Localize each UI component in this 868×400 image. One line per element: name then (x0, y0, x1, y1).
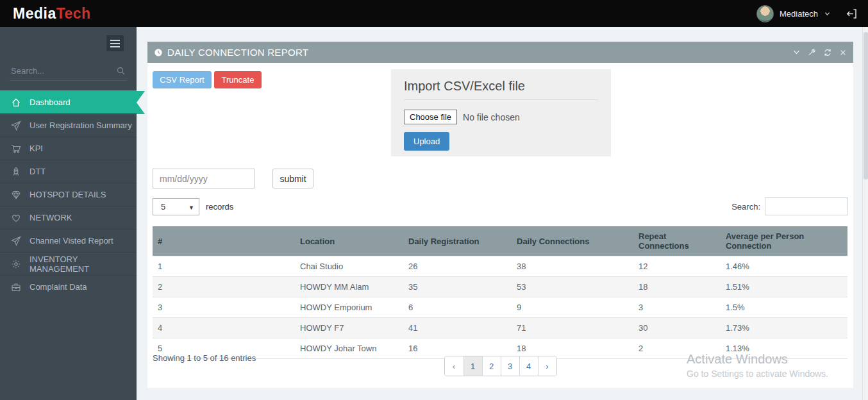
cell-location: Chai Studio (295, 256, 403, 277)
chevron-down-icon[interactable] (824, 10, 831, 17)
upload-button[interactable]: Upload (404, 132, 449, 151)
sidebar-item[interactable]: KPI (0, 137, 137, 160)
sidebar-item-label: HOTSPOT DETAILS (29, 190, 106, 199)
paper-plane-icon (11, 121, 21, 131)
panel-title: DAILY CONNECTION REPORT (167, 47, 308, 58)
clock-icon (154, 48, 163, 57)
sidebar-item[interactable]: NETWORK (0, 206, 137, 229)
user-avatar[interactable] (756, 5, 774, 22)
wrench-icon[interactable] (808, 48, 816, 56)
sidebar: Dashboard User Registration Summary KPI … (0, 27, 137, 400)
pagination-page-button[interactable]: 2 (482, 356, 501, 376)
sidebar-item[interactable]: HOTSPOT DETAILS (0, 183, 137, 206)
truncate-button[interactable]: Truncate (214, 71, 262, 88)
table-header-cell[interactable]: Daily Connections (512, 226, 633, 256)
sidebar-toggle-icon[interactable] (106, 35, 124, 51)
date-input[interactable] (153, 169, 255, 188)
records-label: records (206, 202, 233, 212)
cell-index: 2 (153, 277, 295, 297)
sidebar-item[interactable]: Dashboard (0, 90, 137, 113)
table-row[interactable]: 1 Chai Studio 26 38 12 1.46% (153, 256, 847, 277)
search-icon[interactable] (116, 66, 126, 76)
records-selected-value: 5 (161, 202, 165, 212)
sidebar-item[interactable]: User Registration Summary (0, 113, 137, 137)
gem-icon (11, 190, 21, 200)
collapse-chevron-icon[interactable] (792, 48, 801, 56)
sidebar-item[interactable]: Channel Visted Report (0, 229, 137, 252)
home-icon (11, 97, 21, 108)
sidebar-item[interactable]: Complaint Data (0, 275, 137, 298)
cell-location: HOWDY Johar Town (295, 338, 403, 359)
pagination-page-button[interactable]: 1 (463, 356, 482, 376)
sidebar-item-label: DTT (29, 167, 46, 176)
table-header-row: #LocationDaily RegistrationDaily Connect… (153, 226, 847, 256)
cell-daily-registration: 41 (403, 318, 512, 338)
pagination-page-button[interactable]: 3 (501, 356, 519, 376)
pagination: ‹ 1234 › (444, 356, 557, 376)
file-chosen-status: No file chosen (463, 112, 520, 122)
panel-header: DAILY CONNECTION REPORT (147, 42, 853, 63)
rocket-icon (11, 167, 21, 177)
scrollbar-thumb[interactable] (864, 32, 868, 179)
csv-report-button[interactable]: CSV Report (153, 71, 212, 88)
close-icon[interactable] (839, 49, 847, 56)
cell-daily-connections: 9 (512, 297, 633, 318)
table-header-cell[interactable]: Daily Registration (403, 226, 512, 256)
cell-repeat-connections: 3 (633, 297, 721, 318)
cell-average-per-person: 1.5% (721, 297, 847, 318)
sidebar-item-label: User Registration Summary (29, 121, 132, 130)
table-row[interactable]: 3 HOWDY Emporium 6 9 3 1.5% (153, 297, 847, 318)
cell-daily-connections: 53 (512, 277, 633, 297)
sidebar-item-label: Channel Visted Report (29, 236, 113, 246)
paper-plane-icon (11, 236, 21, 246)
table-search-input[interactable] (765, 197, 848, 215)
pagination-page-button[interactable]: 4 (519, 356, 538, 376)
import-title: Import CSV/Excel file (404, 79, 598, 100)
table-row[interactable]: 4 HOWDY F7 41 71 30 1.73% (153, 318, 847, 338)
cell-daily-registration: 6 (403, 297, 512, 318)
sidebar-item[interactable]: DTT (0, 160, 137, 183)
table-header-cell[interactable]: # (153, 226, 295, 256)
brand-part-1: Media (13, 5, 56, 22)
pagination-prev-button[interactable]: ‹ (445, 356, 463, 376)
cell-location: HOWDY F7 (295, 318, 403, 338)
top-bar: MediaTech Mediatech (0, 0, 868, 27)
cell-repeat-connections: 30 (633, 318, 721, 338)
cell-daily-registration: 35 (403, 277, 512, 297)
vertical-scrollbar[interactable] (862, 27, 868, 400)
table-row[interactable]: 2 HOWDY MM Alam 35 53 18 1.51% (153, 277, 847, 297)
cell-daily-connections: 71 (512, 318, 633, 338)
cell-index: 1 (153, 256, 295, 277)
pagination-next-button[interactable]: › (538, 356, 556, 376)
user-menu[interactable]: Mediatech (780, 9, 818, 19)
cell-index: 4 (153, 318, 295, 338)
brand-part-2: Tech (56, 5, 91, 22)
report-table: #LocationDaily RegistrationDaily Connect… (153, 226, 847, 359)
table-header-cell[interactable]: Average per Person Connection (721, 226, 847, 256)
sidebar-item-label: KPI (29, 144, 43, 153)
sidebar-item[interactable]: INVENTORY MANAGEMENT (0, 252, 137, 275)
sidebar-menu: Dashboard User Registration Summary KPI … (0, 90, 137, 298)
choose-file-button[interactable]: Choose file (404, 110, 457, 124)
table-header-cell[interactable]: Repeat Connections (633, 226, 721, 256)
cell-average-per-person: 1.46% (721, 256, 847, 277)
submit-button[interactable]: submit (272, 169, 313, 188)
table-body: 1 Chai Studio 26 38 12 1.46% 2 HOWDY MM … (153, 256, 847, 359)
sidebar-search-input[interactable] (10, 62, 127, 81)
brand-logo: MediaTech (13, 5, 91, 22)
refresh-icon[interactable] (823, 48, 832, 57)
cell-index: 3 (153, 297, 295, 318)
import-box: Import CSV/Excel file Choose file No fil… (391, 69, 611, 156)
cell-location: HOWDY Emporium (295, 297, 403, 318)
main-content: DAILY CONNECTION REPORT CSV Report Trunc… (137, 27, 868, 400)
briefcase-icon (11, 282, 21, 292)
cell-average-per-person: 1.13% (721, 338, 847, 359)
cell-repeat-connections: 18 (633, 277, 721, 297)
heart-icon (11, 213, 21, 223)
logout-icon[interactable] (846, 8, 858, 20)
table-search-label: Search: (731, 202, 760, 212)
sidebar-item-label: Complaint Data (29, 282, 87, 292)
records-per-page-select[interactable]: 5 ▼ (153, 198, 199, 215)
sidebar-item-label: NETWORK (29, 213, 72, 222)
table-header-cell[interactable]: Location (295, 226, 403, 256)
